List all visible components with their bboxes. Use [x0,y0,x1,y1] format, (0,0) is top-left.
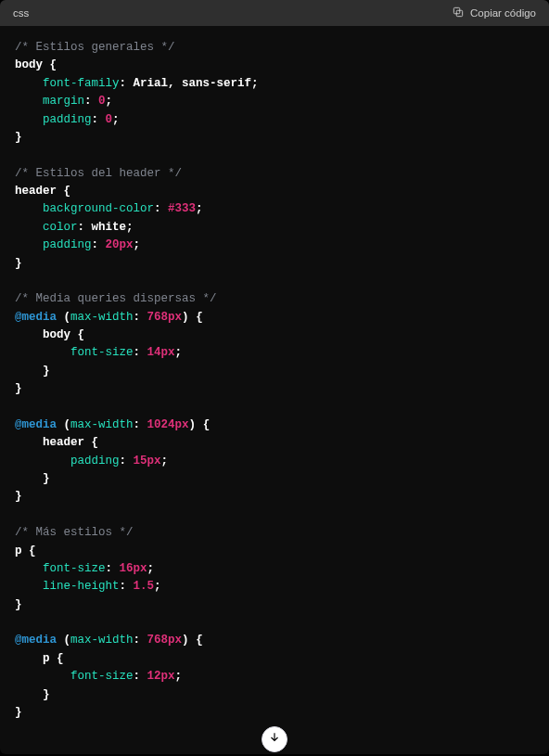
code-atrule: @media [15,311,57,324]
scroll-down-button[interactable] [262,726,287,752]
code-value: Arial, sans-serif [134,77,252,90]
code-prop: font-family [43,77,120,90]
code-number: 15px [134,455,161,468]
code-block-body: /* Estilos generales */ body { font-fami… [0,26,549,754]
code-content: /* Estilos generales */ body { font-fami… [15,39,534,722]
code-selector: p [15,545,22,557]
arrow-down-icon [268,731,281,748]
code-comment: /* Más estilos */ [15,526,134,539]
code-block-header: css Copiar código [0,0,549,26]
copy-icon [452,6,465,20]
code-number: 16px [120,562,147,575]
code-number: 0 [106,113,113,126]
code-prop: color [43,221,78,234]
code-selector: header [43,436,84,449]
code-prop: padding [43,238,92,251]
code-prop: line-height [43,580,120,593]
code-block: css Copiar código /* Estilos generales *… [0,0,549,754]
code-selector: p [43,652,50,665]
code-comment: /* Estilos generales */ [15,41,175,54]
code-value: #333 [168,202,196,215]
code-atrule: @media [15,418,57,431]
copy-code-button[interactable]: Copiar código [452,6,536,20]
code-prop: padding [43,113,92,126]
code-prop: margin [43,95,84,108]
code-number: 1.5 [134,580,155,593]
code-atrule: @media [15,634,57,647]
code-prop: font-size [70,670,134,683]
copy-code-label: Copiar código [470,7,536,19]
code-number: 14px [147,346,175,359]
language-label: css [13,7,29,19]
code-selector: body [43,328,70,341]
code-comment: /* Media queries dispersas */ [15,292,217,305]
code-prop: font-size [70,346,134,359]
code-comment: /* Estilos del header */ [15,167,182,180]
code-number: 12px [147,670,175,683]
code-value: white [92,221,127,234]
code-prop: font-size [43,562,106,575]
code-selector: body [15,58,43,71]
code-prop: padding [70,455,120,468]
code-prop: background-color [43,202,154,215]
code-number: 20px [106,238,134,251]
code-number: 0 [98,95,106,108]
code-selector: header [15,185,57,198]
